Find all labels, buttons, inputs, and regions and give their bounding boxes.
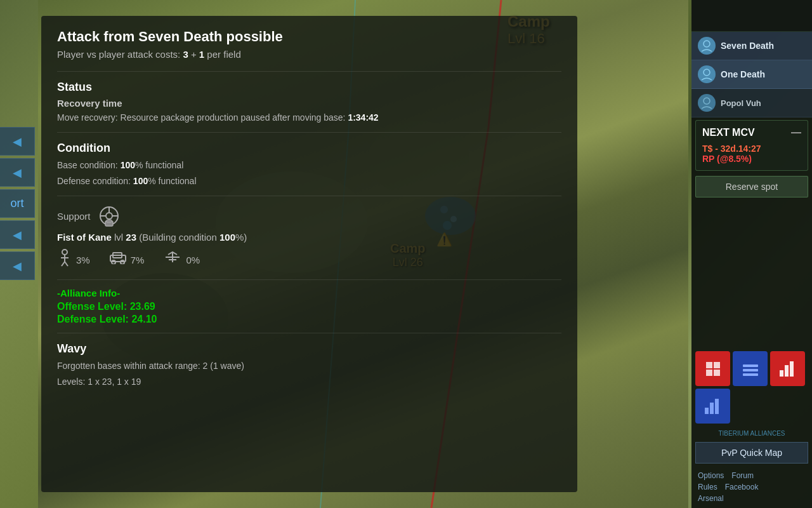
svg-point-25 <box>704 69 710 76</box>
defense-stat: Defense Level: 24.10 <box>57 314 561 325</box>
svg-rect-39 <box>715 399 719 414</box>
svg-rect-35 <box>785 365 789 377</box>
divider-2 <box>57 132 561 133</box>
fok-building-label: (Building condition <box>139 232 219 243</box>
panel-subtitle: Player vs player attack costs: 3 + 1 per… <box>57 49 561 60</box>
levels-value: 1 x 23, 1 x 19 <box>88 377 141 387</box>
nav-btn-port[interactable]: ort <box>0 189 35 218</box>
recovery-text: Move recovery: Resource package producti… <box>57 111 561 124</box>
svg-line-18 <box>62 262 65 266</box>
sidebar-item-one-death[interactable]: One Death <box>691 60 812 89</box>
svg-rect-38 <box>710 403 714 414</box>
divider-4 <box>57 279 561 280</box>
svg-rect-36 <box>790 361 794 377</box>
recovery-prefix: Move recovery: Resource package producti… <box>57 112 348 123</box>
base-condition-suffix: % functional <box>135 160 183 170</box>
svg-line-19 <box>65 262 68 266</box>
nav-btn-4[interactable]: ◀ <box>0 251 35 280</box>
rules-link[interactable]: Rules <box>698 483 717 491</box>
cost-a: 3 <box>183 49 188 60</box>
sidebar-item-popol-vuh[interactable]: Popol Vuh <box>691 89 812 117</box>
fok-label: Fist of Kane <box>57 232 112 243</box>
defense-value: 24.10 <box>131 314 157 324</box>
sidebar-item-seven-death[interactable]: Seven Death <box>691 32 812 60</box>
red-chart-btn[interactable] <box>770 351 805 386</box>
offense-label: Offense Level: <box>57 301 130 312</box>
subtitle-prefix: Player vs player attack costs: <box>57 49 183 60</box>
divider-1 <box>57 71 561 72</box>
svg-rect-31 <box>743 364 758 367</box>
recovery-time: 1:34:42 <box>348 112 378 123</box>
fok-building-pct: 100 <box>219 232 235 243</box>
bottom-icons <box>691 347 812 427</box>
stat-aircraft: 0% <box>163 251 200 269</box>
svg-rect-27 <box>706 362 712 368</box>
svg-point-8 <box>106 213 112 219</box>
fok-lvl: lvl <box>114 232 126 243</box>
link-row-1: Options Forum <box>698 471 806 480</box>
fok-level: 23 <box>126 232 136 243</box>
base-condition-label: Base condition: <box>57 160 121 170</box>
support-icon <box>97 204 121 228</box>
reserve-spot-button[interactable]: Reserve spot <box>695 176 808 197</box>
svg-point-24 <box>704 41 710 47</box>
base-condition-pct: 100 <box>121 160 135 170</box>
left-navigation: ◀ ◀ ort ◀ ◀ <box>0 127 35 280</box>
cost-b: 1 <box>199 49 204 60</box>
nav-btn-1[interactable]: ◀ <box>0 127 35 156</box>
blue-icon-btn-1[interactable] <box>733 351 768 386</box>
mcv-minimize-btn[interactable]: — <box>791 127 801 138</box>
fok-building-suffix: %) <box>235 232 247 243</box>
defense-condition-text: Defense condition: 100% functional <box>57 175 561 188</box>
svg-rect-30 <box>714 370 720 376</box>
wavy-text: Forgotten bases within attack range: 2 (… <box>57 359 561 373</box>
pvp-quick-map-button[interactable]: PvP Quick Map <box>695 442 808 464</box>
subtitle-suffix: per field <box>204 49 241 60</box>
svg-rect-33 <box>743 373 758 376</box>
divider-5 <box>57 333 561 333</box>
base-condition-text: Base condition: 100% functional <box>57 159 561 172</box>
tiberium-alliances-label: TIBERIUM ALLIANCES <box>691 427 812 439</box>
support-label: Support <box>57 211 91 222</box>
wavy-header: Wavy <box>57 342 561 356</box>
defense-condition-pct: 100 <box>133 176 148 186</box>
info-panel: Attack from Seven Death possible Player … <box>41 16 577 492</box>
condition-header: Condition <box>57 142 561 155</box>
facebook-link[interactable]: Facebook <box>725 483 759 491</box>
link-row-3: Arsenal <box>698 494 806 503</box>
stat-vehicle: 7% <box>109 251 145 268</box>
panel-title: Attack from Seven Death possible <box>57 29 561 45</box>
levels-label: Levels: <box>57 377 88 387</box>
options-link[interactable]: Options <box>698 471 724 480</box>
defense-condition-label: Defense condition: <box>57 176 133 186</box>
nav-btn-2[interactable]: ◀ <box>0 158 35 187</box>
forum-link[interactable]: Forum <box>731 471 754 480</box>
alliance-info: -Alliance Info- Offense Level: 23.69 Def… <box>57 288 561 325</box>
levels-text: Levels: 1 x 23, 1 x 19 <box>57 375 561 389</box>
vehicle-pct: 7% <box>131 255 145 265</box>
blue-chart-btn[interactable] <box>695 389 730 424</box>
nav-btn-3[interactable]: ◀ <box>0 220 35 249</box>
sidebar-top <box>691 0 812 32</box>
divider-3 <box>57 196 561 196</box>
mcv-ts-line: T$ - 32d.14:27 <box>702 144 801 154</box>
stats-row: 3% 7% 0% <box>57 249 561 271</box>
fok-row: Fist of Kane lvl 23 (Building condition … <box>57 232 561 243</box>
stat-infantry: 3% <box>57 249 90 271</box>
player-icon-seven-death <box>698 37 716 55</box>
defense-label: Defense Level: <box>57 314 131 324</box>
aircraft-pct: 0% <box>186 255 200 265</box>
svg-rect-29 <box>706 370 712 376</box>
status-header: Status <box>57 81 561 94</box>
right-sidebar: Seven Death One Death Popol Vuh NEXT MCV… <box>691 0 812 508</box>
svg-rect-32 <box>743 369 758 371</box>
player-name-popol-vuh: Popol Vuh <box>721 98 761 108</box>
infantry-icon <box>57 249 72 271</box>
svg-point-26 <box>704 98 710 104</box>
aircraft-icon <box>163 251 182 269</box>
red-icon-btn-1[interactable] <box>695 351 730 386</box>
arsenal-link[interactable]: Arsenal <box>698 494 724 503</box>
mcv-rp-line: RP (@8.5%) <box>702 154 801 164</box>
svg-point-15 <box>62 250 67 255</box>
player-name-seven-death: Seven Death <box>721 41 774 51</box>
